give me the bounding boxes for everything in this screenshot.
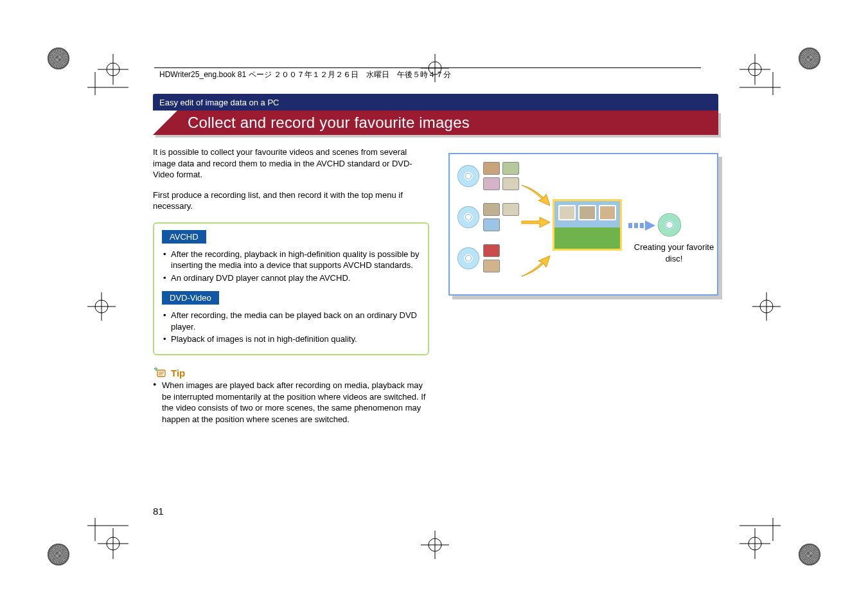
output-disc <box>658 213 681 236</box>
thumbnail-icon <box>502 177 519 190</box>
svg-rect-36 <box>628 223 632 228</box>
list-item: Playback of images is not in high-defini… <box>162 333 420 345</box>
page-title: Collect and record your favourite images <box>188 114 470 132</box>
tip-list: When images are played back after record… <box>153 380 429 425</box>
thumbnail-icon <box>558 205 576 220</box>
source-disc <box>457 203 519 231</box>
arrow-icon <box>520 184 554 209</box>
intro-paragraph: First produce a recording list, and then… <box>153 190 429 212</box>
arrow-icon <box>627 218 657 233</box>
thumbnail-icon <box>483 177 500 190</box>
dvd-video-badge: DVD-Video <box>162 291 219 305</box>
workflow-diagram: Creating your favorite disc! <box>448 153 718 296</box>
thumbnail-icon <box>483 203 500 216</box>
registration-mark <box>799 544 820 565</box>
header-rule <box>154 67 701 68</box>
compilation-panel <box>553 199 622 251</box>
source-disc <box>457 162 519 190</box>
intro-text: It is possible to collect your favourite… <box>153 147 429 212</box>
avchd-badge: AVCHD <box>162 230 206 244</box>
registration-mark <box>48 544 69 565</box>
source-disc <box>457 244 519 272</box>
format-info-box: AVCHD After the recording, playback in h… <box>153 222 429 355</box>
arrow-icon <box>520 216 551 229</box>
svg-rect-37 <box>634 223 638 228</box>
thumbnail-icon <box>483 162 500 175</box>
list-item: After the recording, playback in high-de… <box>162 249 420 271</box>
thumbnail-icon <box>578 205 596 220</box>
section-breadcrumb: Easy edit of image data on a PC <box>153 94 718 111</box>
tip-label: Tip <box>171 368 185 378</box>
thumbnail-icon <box>502 162 519 175</box>
tip-icon <box>153 367 167 378</box>
crop-mark <box>87 292 116 321</box>
header-file-info: HDWriter25_eng.book 81 ページ ２００７年１２月２６日 水… <box>159 69 451 80</box>
crop-mark <box>740 54 781 95</box>
disc-icon <box>457 165 479 187</box>
list-item: An ordinary DVD player cannot play the A… <box>162 272 420 284</box>
crop-mark <box>740 518 781 559</box>
disc-icon <box>457 206 479 228</box>
thumbnail-icon <box>483 260 500 272</box>
intro-paragraph: It is possible to collect your favourite… <box>153 147 429 181</box>
thumbnail-icon <box>599 205 616 220</box>
avchd-list: After the recording, playback in high-de… <box>162 249 420 284</box>
crop-mark <box>752 292 781 321</box>
page-number: 81 <box>153 506 164 517</box>
crop-mark <box>421 531 449 559</box>
thumbnail-icon <box>483 218 500 231</box>
crop-mark <box>87 518 128 559</box>
svg-rect-38 <box>640 223 644 228</box>
registration-mark <box>48 48 69 69</box>
registration-mark <box>799 48 820 69</box>
dvd-list: After recording, the media can be played… <box>162 310 420 345</box>
thumbnail-icon <box>502 203 519 216</box>
arrow-icon <box>520 253 554 279</box>
diagram-caption: Creating your favorite disc! <box>632 242 716 264</box>
list-item: When images are played back after record… <box>153 380 429 425</box>
crop-mark <box>87 54 128 95</box>
page-title-bar: Collect and record your favourite images <box>153 111 718 135</box>
thumbnail-icon <box>483 244 500 257</box>
list-item: After recording, the media can be played… <box>162 310 420 332</box>
tip-heading: Tip <box>153 367 429 378</box>
disc-icon <box>457 247 479 269</box>
